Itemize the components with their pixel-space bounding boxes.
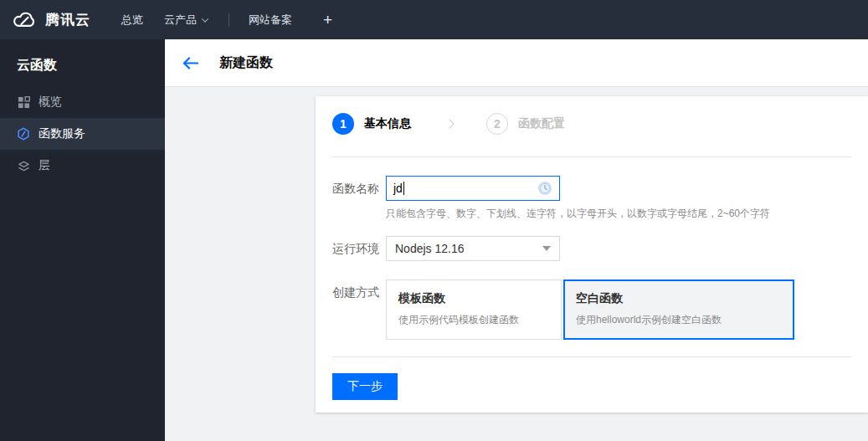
page-header: 新建函数 (165, 39, 868, 87)
sidebar-item-overview[interactable]: 概览 (0, 86, 165, 118)
card-template-function[interactable]: 模板函数 使用示例代码模板创建函数 (386, 279, 562, 340)
add-tab-button[interactable]: + (323, 12, 332, 28)
nav-item-cloud-products-label: 云产品 (164, 13, 197, 28)
brand-name: 腾讯云 (45, 10, 90, 29)
text-cursor (403, 182, 404, 195)
chevron-down-icon (202, 15, 208, 22)
nav-item-cloud-products[interactable]: 云产品 (164, 13, 208, 28)
sidebar-item-function-service[interactable]: 函数服务 (0, 118, 165, 150)
back-button[interactable] (182, 57, 198, 69)
card-blank-function[interactable]: 空白函数 使用helloworld示例创建空白函数 (563, 279, 794, 340)
brand[interactable]: 腾讯云 (12, 10, 90, 29)
function-name-input[interactable]: jd (386, 176, 560, 201)
arrow-left-icon (182, 57, 198, 69)
grid-icon (17, 95, 30, 109)
runtime-select[interactable]: Nodejs 12.16 (386, 236, 560, 261)
content-area: 1 基本信息 2 函数配置 函数名称 jd (165, 87, 868, 441)
sidebar-item-function-service-label: 函数服务 (39, 126, 85, 141)
step-separator-chevron-icon (444, 119, 454, 128)
page-title: 新建函数 (219, 54, 273, 72)
next-step-button[interactable]: 下一步 (332, 373, 398, 400)
nav-item-overview-label: 总览 (121, 13, 143, 28)
steps-divider (332, 156, 851, 157)
step-wizard: 1 基本信息 2 函数配置 (332, 113, 851, 135)
tencent-cloud-logo-icon (12, 11, 38, 29)
step-2-label: 函数配置 (518, 116, 565, 131)
navbar-divider (229, 13, 229, 27)
function-name-row: 函数名称 jd 只能包含字母、数字、下划线、连字符，以 (332, 176, 851, 221)
creation-method-cards: 模板函数 使用示例代码模板创建函数 空白函数 使用helloworld示例创建空… (386, 279, 794, 340)
sidebar-item-layers[interactable]: 层 (0, 150, 165, 182)
step-1-circle: 1 (332, 113, 354, 135)
sidebar-menu: 概览 函数服务 层 (0, 86, 165, 182)
create-function-panel: 1 基本信息 2 函数配置 函数名称 jd (316, 96, 868, 413)
card-template-function-title: 模板函数 (398, 291, 549, 306)
function-name-value: jd (393, 182, 403, 195)
select-caret-icon (542, 246, 551, 251)
nav-item-icp-filing-label: 网站备案 (249, 13, 292, 28)
function-name-label: 函数名称 (332, 176, 379, 201)
layers-icon (17, 159, 30, 172)
sidebar: 云函数 概览 函数服务 (0, 39, 165, 441)
card-blank-function-title: 空白函数 (576, 291, 782, 306)
creation-method-row: 创建方式 模板函数 使用示例代码模板创建函数 空白函数 使用helloworld… (332, 279, 851, 340)
nav-item-overview[interactable]: 总览 (121, 13, 143, 28)
topnav-menu: 总览 云产品 网站备案 + (121, 12, 332, 28)
runtime-selected-value: Nodejs 12.16 (395, 242, 465, 255)
step-1-label: 基本信息 (364, 116, 411, 131)
runtime-label: 运行环境 (332, 236, 379, 261)
clock-pending-icon (537, 181, 552, 196)
step-2-circle: 2 (486, 113, 508, 135)
nav-item-icp-filing[interactable]: 网站备案 (249, 13, 292, 28)
function-name-help-text: 只能包含字母、数字、下划线、连字符，以字母开头，以数字或字母结尾，2~60个字符 (386, 207, 770, 221)
basic-info-form: 函数名称 jd 只能包含字母、数字、下划线、连字符，以 (332, 176, 851, 400)
creation-method-label: 创建方式 (332, 279, 379, 305)
sidebar-item-layers-label: 层 (39, 158, 50, 173)
function-service-icon (17, 127, 30, 141)
sidebar-title: 云函数 (0, 39, 165, 75)
card-template-function-desc: 使用示例代码模板创建函数 (398, 313, 549, 327)
sidebar-item-overview-label: 概览 (39, 95, 62, 110)
card-blank-function-desc: 使用helloworld示例创建空白函数 (576, 313, 782, 327)
runtime-row: 运行环境 Nodejs 12.16 (332, 236, 851, 261)
top-navbar: 腾讯云 总览 云产品 网站备案 + (0, 0, 868, 39)
footer-divider (332, 356, 851, 357)
